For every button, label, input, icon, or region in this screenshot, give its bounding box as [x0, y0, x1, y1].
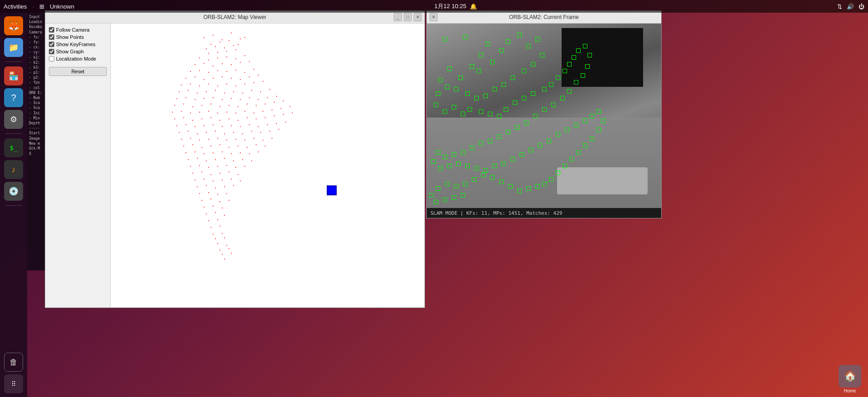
dock-icon-files[interactable]: 📁: [4, 38, 23, 57]
keypoint: [470, 146, 474, 150]
map-point: [244, 84, 245, 85]
map-point: [183, 146, 184, 147]
map-point: [195, 99, 196, 100]
map-point: [208, 72, 209, 73]
map-point: [249, 61, 250, 62]
keypoint: [452, 152, 456, 157]
dock-icon-settings[interactable]: ⚙: [4, 110, 23, 129]
map-point: [186, 97, 186, 98]
keypoint: [436, 186, 440, 191]
map-point: [226, 193, 227, 194]
map-point: [210, 174, 211, 175]
keypoint: [438, 78, 443, 82]
keypoint: [538, 143, 542, 148]
dock-icon-brasero[interactable]: 💿: [4, 182, 23, 201]
map-point: [176, 98, 177, 99]
bell-icon[interactable]: 🔔: [470, 3, 477, 10]
map-point: [272, 138, 272, 139]
show-points-checkbox[interactable]: Show Points: [49, 34, 107, 40]
current-frame-close-button[interactable]: ✕: [429, 13, 438, 21]
activities-label[interactable]: Activities: [4, 3, 27, 10]
map-point: [179, 132, 180, 133]
map-point: [222, 39, 223, 40]
map-point: [233, 185, 234, 186]
dock-icon-appstore[interactable]: 🏪: [4, 66, 23, 85]
dock-icon-firefox[interactable]: 🦊: [4, 16, 23, 35]
dock-icon-trash[interactable]: 🗑: [4, 353, 23, 372]
reset-button[interactable]: Reset: [49, 67, 107, 76]
show-graph-checkbox[interactable]: Show Graph: [49, 49, 107, 54]
dock-icon-terminal[interactable]: $_: [4, 138, 23, 157]
keypoint: [513, 100, 517, 105]
keypoint: [483, 168, 488, 173]
keypoint: [472, 177, 477, 182]
map-point: [204, 98, 205, 99]
keypoint: [510, 76, 515, 80]
power-icon[interactable]: ⏻: [858, 3, 864, 10]
home-dock-icon[interactable]: 🏠 Home: [832, 361, 868, 397]
keypoint: [447, 164, 452, 168]
show-keyframes-checkbox[interactable]: Show KeyFrames: [49, 42, 107, 47]
current-frame-titlebar: ✕ ORB-SLAM2: Current Frame: [427, 11, 661, 24]
map-point: [251, 131, 252, 132]
map-point: [285, 122, 286, 123]
map-point: [226, 245, 227, 246]
map-point: [249, 153, 250, 154]
map-point: [213, 35, 214, 36]
keypoint: [431, 159, 436, 164]
map-point: [213, 180, 214, 181]
map-point: [222, 180, 223, 180]
minimize-button[interactable]: _: [394, 13, 402, 21]
map-sidebar: Follow Camera Show Points Show KeyFrames…: [45, 24, 111, 307]
keypoint: [463, 35, 467, 39]
dock-grid-button[interactable]: ⠿: [4, 374, 23, 393]
localization-mode-checkbox[interactable]: Localization Mode: [49, 56, 107, 61]
map-point: [231, 64, 232, 65]
map-point: [195, 76, 196, 77]
keypoint: [492, 87, 497, 91]
map-point: [201, 171, 202, 172]
keypoint: [479, 53, 483, 57]
map-viewer-body: Follow Camera Show Points Show KeyFrames…: [45, 24, 424, 307]
map-point: [183, 117, 184, 118]
map-point: [174, 118, 175, 119]
map-point: [242, 159, 243, 160]
map-point: [251, 90, 252, 91]
map-point: [276, 123, 277, 124]
keypoint: [452, 195, 456, 200]
keypoint: [506, 130, 510, 134]
dock-icon-help[interactable]: ?: [4, 88, 23, 107]
map-point: [244, 166, 245, 167]
map-point: [224, 158, 225, 159]
dock-icon-rhythmbox[interactable]: ♪: [4, 160, 23, 179]
keypoint: [506, 39, 510, 44]
keypoint: [467, 107, 472, 112]
map-point: [197, 133, 198, 134]
map-point: [253, 82, 254, 83]
keypoint: [454, 184, 458, 189]
keypoint: [520, 152, 524, 157]
unknown-label[interactable]: Unknown: [50, 3, 74, 10]
close-button[interactable]: ✕: [414, 13, 422, 21]
keypoint: [470, 64, 474, 69]
map-point: [249, 76, 250, 77]
keypoint: [531, 91, 535, 96]
map-point: [231, 125, 232, 126]
maximize-button[interactable]: □: [404, 13, 412, 21]
map-point: [240, 99, 241, 100]
map-point: [267, 97, 268, 98]
follow-camera-checkbox[interactable]: Follow Camera: [49, 27, 107, 33]
map-point: [206, 161, 207, 161]
map-point: [213, 152, 214, 153]
map-point: [224, 47, 225, 48]
volume-icon[interactable]: 🔊: [847, 3, 854, 10]
map-point: [224, 237, 225, 238]
keypoint: [563, 69, 567, 73]
map-point: [233, 161, 234, 161]
map-point: [215, 90, 216, 91]
network-icon[interactable]: ⇅: [837, 3, 842, 10]
map-point: [242, 93, 243, 94]
keypoint: [547, 139, 551, 143]
keypoint: [556, 76, 560, 80]
map-canvas[interactable]: [111, 24, 424, 307]
